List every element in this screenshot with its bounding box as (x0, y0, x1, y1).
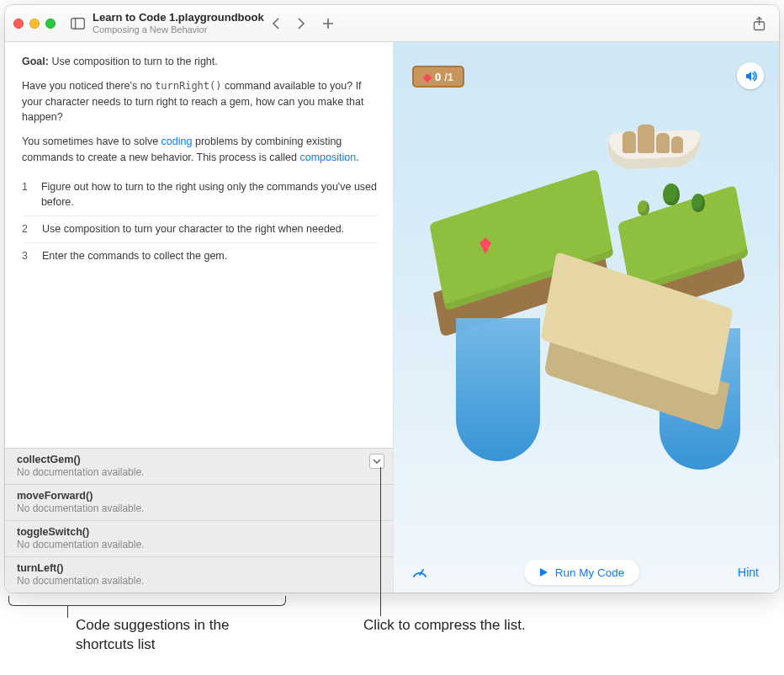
tree-decor (663, 183, 680, 205)
left-pane: Goal: Use composition to turn to the rig… (5, 42, 394, 593)
callout-collapse: Click to compress the list. (363, 616, 582, 635)
play-icon (539, 567, 548, 577)
annotations: Code suggestions in the shortcuts list C… (0, 587, 784, 672)
steps-list: 1Figure out how to turn to the right usi… (22, 174, 378, 269)
game-world (422, 185, 750, 505)
code-editor[interactable] (5, 278, 393, 449)
link-composition[interactable]: composition (300, 151, 357, 163)
shortcuts-list: collectGem() No documentation available.… (5, 448, 393, 593)
minimize-button[interactable] (29, 19, 40, 29)
live-view[interactable]: ◆ 0/1 (394, 42, 779, 593)
floating-island-decor (604, 101, 705, 177)
shortcut-moveforward[interactable]: moveForward() No documentation available… (5, 485, 393, 521)
step-3: 3Enter the commands to collect the gem. (22, 242, 378, 269)
share-icon[interactable] (747, 12, 771, 35)
hint-button[interactable]: Hint (731, 562, 765, 582)
goal-label: Goal: (22, 56, 49, 67)
title-block: Learn to Code 1.playgroundbook Composing… (93, 12, 264, 34)
prev-page-icon[interactable] (264, 12, 288, 35)
content-split: Goal: Use composition to turn to the rig… (5, 42, 779, 593)
run-label: Run My Code (555, 566, 625, 579)
add-page-icon[interactable] (316, 12, 340, 35)
bush-decor (638, 200, 649, 215)
run-my-code-button[interactable]: Run My Code (524, 560, 640, 585)
page-nav (264, 12, 313, 35)
speed-button[interactable] (407, 560, 432, 585)
goal-line: Goal: Use composition to turn to the rig… (22, 54, 378, 70)
instruction-p2: Have you noticed there's no turnRight() … (22, 78, 378, 125)
app-window: Learn to Code 1.playgroundbook Composing… (5, 5, 779, 593)
instructions: Goal: Use composition to turn to the rig… (5, 42, 393, 278)
code-turnright: turnRight() (155, 80, 221, 92)
step-1: 1Figure out how to turn to the right usi… (22, 174, 378, 216)
document-subtitle: Composing a New Behavior (93, 24, 264, 35)
sound-button[interactable] (737, 62, 764, 89)
tree-decor (691, 194, 705, 212)
callout-shortcuts: Code suggestions in the shortcuts list (76, 616, 269, 655)
close-button[interactable] (13, 19, 24, 29)
gem-counter: ◆ 0/1 (412, 66, 464, 88)
link-coding[interactable]: coding (162, 136, 193, 147)
gem-count: 0 (435, 71, 441, 83)
collapse-shortcuts-button[interactable] (369, 454, 384, 469)
fullscreen-button[interactable] (45, 19, 56, 29)
titlebar: Learn to Code 1.playgroundbook Composing… (5, 5, 779, 42)
sidebar-toggle-icon[interactable] (66, 12, 89, 35)
shortcut-collectgem[interactable]: collectGem() No documentation available. (5, 449, 393, 485)
live-view-controls: Run My Code Hint (394, 552, 779, 593)
instruction-p3: You sometimes have to solve coding probl… (22, 134, 378, 166)
gem-total: /1 (444, 71, 453, 83)
shortcut-toggleswitch[interactable]: toggleSwitch() No documentation availabl… (5, 521, 393, 557)
document-title: Learn to Code 1.playgroundbook (93, 12, 264, 24)
next-page-icon[interactable] (289, 12, 313, 35)
goal-text: Use composition to turn to the right. (49, 56, 218, 67)
gem-icon: ◆ (423, 71, 432, 83)
window-controls (13, 19, 56, 29)
step-2: 2Use composition to turn your character … (22, 215, 378, 242)
svg-rect-0 (71, 18, 84, 29)
